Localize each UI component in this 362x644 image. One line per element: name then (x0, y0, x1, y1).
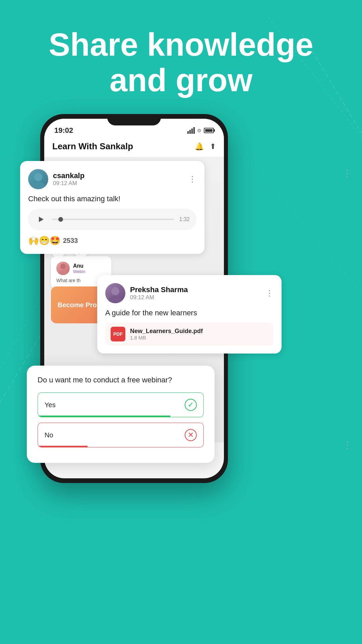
phone-notch (107, 114, 161, 125)
file-size: 1.8 MB (130, 335, 203, 340)
svg-point-8 (34, 173, 42, 181)
community-tag: Webin (73, 269, 85, 274)
reaction-emojis: 🙌😁🤩 (28, 235, 60, 246)
app-header: Learn With Sankalp 🔔 ⬆ (44, 137, 224, 157)
play-button[interactable] (35, 213, 47, 225)
poll-card: Do u want me to conduct a free webinar? … (27, 366, 215, 463)
poll-no-bar (38, 446, 87, 447)
svg-point-6 (60, 264, 66, 269)
poll-option-yes[interactable]: Yes ✓ (38, 392, 204, 417)
post2-username: Preksha Sharma (130, 285, 188, 294)
community-name: Anu (73, 263, 85, 269)
wifi-icon: ⌾ (197, 127, 201, 134)
post1-time: 09:12 AM (53, 180, 84, 187)
svg-marker-10 (39, 217, 44, 222)
post1-avatar (28, 169, 48, 189)
svg-point-11 (111, 287, 119, 295)
post1-header: csankalp 09:12 AM ⋮ (28, 169, 196, 189)
post1-more-icon[interactable]: ⋮ (188, 174, 196, 184)
post1-user: csankalp 09:12 AM (28, 169, 84, 189)
post2-header: Preksha Sharma 09:12 AM ⋮ (105, 283, 274, 303)
side-dots-1[interactable]: ⋮ (343, 168, 352, 179)
poll-yes-icon: ✓ (185, 399, 197, 411)
post2-user: Preksha Sharma 09:12 AM (105, 283, 188, 303)
hero-title-line2: and grow (110, 62, 253, 98)
poll-no-label: No (45, 431, 53, 439)
post2-time: 09:12 AM (130, 294, 188, 301)
svg-point-9 (32, 182, 45, 189)
post1-text: Check out this amazing talk! (28, 195, 196, 203)
pdf-icon: PDF (111, 327, 125, 341)
post1-reactions: 🙌😁🤩 2533 (28, 235, 196, 246)
hero-section: Share knowledge and grow (0, 27, 362, 98)
post-card-1: csankalp 09:12 AM ⋮ Check out this amazi… (20, 161, 204, 254)
status-time: 19:02 (54, 126, 73, 135)
file-name: New_Learners_Guide.pdf (130, 328, 203, 335)
poll-question: Do u want me to conduct a free webinar? (38, 376, 204, 384)
audio-duration: 1:32 (179, 216, 190, 222)
bell-icon[interactable]: 🔔 (195, 142, 204, 151)
svg-point-12 (109, 296, 122, 303)
status-icons: ⌾ (187, 127, 214, 134)
poll-no-icon: ✕ (185, 429, 197, 441)
post2-text: A guide for the new learners (105, 309, 274, 317)
file-attachment[interactable]: PDF New_Learners_Guide.pdf 1.8 MB (105, 323, 274, 345)
reaction-count: 2533 (63, 237, 78, 245)
post-card-2: Preksha Sharma 09:12 AM ⋮ A guide for th… (97, 275, 282, 354)
post2-more-icon[interactable]: ⋮ (265, 288, 274, 298)
poll-yes-label: Yes (45, 401, 56, 409)
signal-icon (187, 127, 195, 134)
hero-title-line1: Share knowledge (49, 26, 313, 62)
app-title: Learn With Sankalp (52, 141, 133, 152)
audio-scrubber[interactable] (58, 217, 63, 222)
header-icons: 🔔 ⬆ (195, 142, 216, 151)
audio-progress-bar[interactable] (52, 219, 174, 220)
svg-point-7 (58, 270, 68, 275)
battery-icon (204, 128, 214, 133)
poll-yes-bar (38, 416, 170, 417)
share-icon[interactable]: ⬆ (210, 142, 216, 151)
poll-option-no[interactable]: No ✕ (38, 423, 204, 447)
side-dots-2[interactable]: ⋮ (343, 439, 352, 450)
post2-avatar (105, 283, 125, 303)
post1-username: csankalp (53, 171, 84, 180)
file-info: New_Learners_Guide.pdf 1.8 MB (130, 328, 203, 340)
audio-player[interactable]: 1:32 (28, 209, 196, 230)
